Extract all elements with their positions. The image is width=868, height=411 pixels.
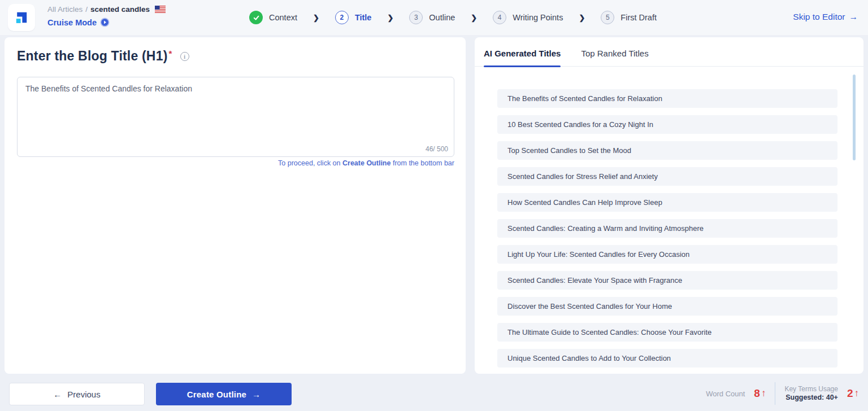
page-title: Enter the Blog Title (H1)* bbox=[17, 49, 172, 64]
logo-icon bbox=[12, 8, 31, 27]
word-count-number: 8 bbox=[754, 387, 760, 400]
app-window: All Articles / scented candles bbox=[0, 0, 868, 411]
arrow-up-icon: ↑ bbox=[761, 388, 766, 399]
metrics-bar: Word Count 8↑ Key Terms Usage Suggested:… bbox=[706, 381, 859, 406]
title-suggestion-item[interactable]: Scented Candles: Creating a Warm and Inv… bbox=[497, 219, 837, 238]
metrics-divider bbox=[775, 382, 775, 405]
title-suggestion-item[interactable]: Light Up Your Life: Scented Candles for … bbox=[497, 245, 837, 264]
key-terms-usage-label: Key Terms Usage bbox=[784, 385, 837, 393]
arrow-right-icon: → bbox=[849, 12, 858, 22]
title-suggestion-item[interactable]: Scented Candles for Stress Relief and An… bbox=[497, 167, 837, 186]
breadcrumb: All Articles / scented candles bbox=[47, 5, 166, 27]
arrow-up-icon: ↑ bbox=[854, 388, 860, 399]
blog-title-input[interactable]: The Benefits of Scented Candles for Rela… bbox=[18, 77, 454, 141]
title-suggestion-item[interactable]: The Benefits of Scented Candles for Rela… bbox=[497, 89, 837, 108]
title-suggestion-item[interactable]: Discover the Best Scented Candles for Yo… bbox=[497, 297, 837, 316]
top-header: All Articles / scented candles bbox=[0, 0, 868, 35]
title-suggestion-item[interactable]: The Ultimate Guide to Scented Candles: C… bbox=[497, 323, 837, 342]
helper-create-outline: Create Outline bbox=[342, 159, 390, 167]
progress-stepper: Context ❯ 2 Title ❯ 3 Outline ❯ 4 Writin… bbox=[249, 0, 657, 35]
key-terms-labels: Key Terms Usage Suggested: 40+ bbox=[784, 385, 837, 403]
breadcrumb-separator: / bbox=[85, 5, 88, 14]
blog-title-panel: Enter the Blog Title (H1)* i The Benefit… bbox=[5, 37, 466, 374]
create-outline-label: Create Outline bbox=[187, 390, 246, 399]
page-title-text: Enter the Blog Title (H1) bbox=[17, 49, 168, 63]
check-icon bbox=[249, 11, 263, 24]
cruise-mode-link[interactable]: Cruise Mode bbox=[47, 18, 97, 27]
key-terms-number: 2 bbox=[847, 387, 853, 400]
breadcrumb-current: scented candles bbox=[90, 5, 150, 14]
step-outline[interactable]: 3 Outline bbox=[409, 11, 455, 24]
step-label: Title bbox=[355, 13, 372, 22]
char-counter: 46/ 500 bbox=[426, 145, 448, 153]
title-suggestions-list: The Benefits of Scented Candles for Rela… bbox=[497, 89, 837, 375]
key-terms-suggested-label: Suggested: 40+ bbox=[784, 393, 837, 403]
step-number: 3 bbox=[409, 11, 423, 24]
helper-prefix: To proceed, click on bbox=[278, 159, 342, 167]
step-label: First Draft bbox=[620, 13, 657, 22]
blog-title-field-wrapper: The Benefits of Scented Candles for Rela… bbox=[17, 77, 454, 157]
title-suggestion-item[interactable]: Scented Candles: Elevate Your Space with… bbox=[497, 271, 837, 290]
previous-label: Previous bbox=[67, 390, 100, 399]
step-context[interactable]: Context bbox=[249, 11, 297, 24]
skip-to-editor-link[interactable]: Skip to Editor → bbox=[793, 12, 858, 22]
play-icon[interactable] bbox=[100, 18, 110, 27]
step-label: Writing Points bbox=[513, 13, 563, 22]
titles-tabs: AI Generated Titles Top Ranked Titles bbox=[475, 37, 863, 67]
chevron-right-icon: ❯ bbox=[387, 14, 393, 22]
title-suggestion-item[interactable]: 10 Best Scented Candles for a Cozy Night… bbox=[497, 115, 837, 134]
app-logo[interactable] bbox=[8, 4, 35, 31]
step-first-draft[interactable]: 5 First Draft bbox=[601, 11, 657, 24]
title-suggestion-item[interactable]: How Scented Candles Can Help Improve Sle… bbox=[497, 193, 837, 212]
title-suggestion-item[interactable]: Unique Scented Candles to Add to Your Co… bbox=[497, 349, 837, 368]
chevron-right-icon: ❯ bbox=[579, 14, 585, 22]
step-number: 2 bbox=[335, 11, 349, 24]
arrow-left-icon: ← bbox=[53, 390, 62, 399]
required-asterisk: * bbox=[169, 49, 172, 58]
proceed-helper-text: To proceed, click on Create Outline from… bbox=[17, 159, 454, 167]
step-number: 5 bbox=[601, 11, 614, 24]
step-title[interactable]: 2 Title bbox=[335, 11, 372, 24]
previous-button[interactable]: ← Previous bbox=[9, 383, 145, 405]
chevron-right-icon: ❯ bbox=[471, 14, 477, 22]
step-label: Context bbox=[269, 13, 297, 22]
helper-suffix: from the bottom bar bbox=[390, 159, 454, 167]
titles-suggestion-panel: AI Generated Titles Top Ranked Titles Th… bbox=[475, 37, 863, 374]
skip-to-editor-label: Skip to Editor bbox=[793, 12, 845, 22]
create-outline-button[interactable]: Create Outline → bbox=[156, 383, 292, 405]
step-writing-points[interactable]: 4 Writing Points bbox=[493, 11, 563, 24]
key-terms-value: 2↑ bbox=[847, 387, 859, 400]
tab-ai-generated-titles[interactable]: AI Generated Titles bbox=[484, 49, 561, 66]
tab-top-ranked-titles[interactable]: Top Ranked Titles bbox=[581, 49, 648, 66]
breadcrumb-parent[interactable]: All Articles bbox=[47, 5, 83, 14]
chevron-right-icon: ❯ bbox=[313, 14, 319, 22]
arrow-right-icon: → bbox=[252, 390, 261, 399]
step-number: 4 bbox=[493, 11, 506, 24]
word-count-label: Word Count bbox=[706, 390, 745, 398]
step-label: Outline bbox=[429, 13, 455, 22]
title-suggestion-item[interactable]: Top Scented Candles to Set the Mood bbox=[497, 141, 837, 160]
scrollbar-thumb[interactable] bbox=[853, 75, 856, 160]
info-icon[interactable]: i bbox=[180, 52, 189, 61]
us-flag-icon bbox=[155, 6, 166, 13]
word-count-value: 8↑ bbox=[754, 387, 766, 400]
bottom-bar: ← Previous Create Outline → Word Count 8… bbox=[0, 374, 868, 411]
